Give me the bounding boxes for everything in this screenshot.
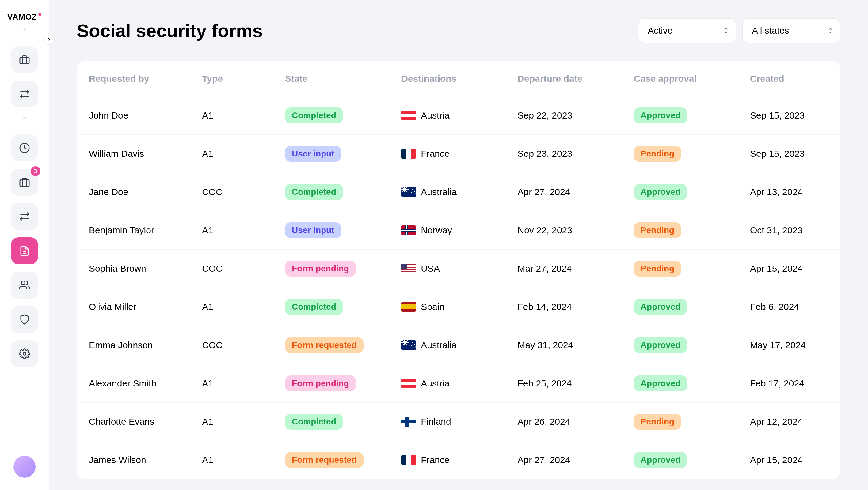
table-row[interactable]: Alexander Smith A1 Form pending Austria … (76, 364, 840, 403)
swap-icon (19, 211, 30, 222)
table-row[interactable]: Jane Doe COC Completed Australia Apr 27,… (76, 173, 840, 211)
table-header-row: Requested by Type State Destinations Dep… (76, 61, 840, 96)
col-requested-by[interactable]: Requested by (76, 61, 193, 96)
approval-badge: Pending (634, 146, 681, 162)
state-badge: Completed (285, 414, 343, 430)
cell-departure: Apr 26, 2024 (508, 403, 625, 441)
page-title: Social security forms (76, 20, 263, 41)
destination-label: Norway (421, 225, 452, 235)
cell-requested-by: Benjamin Taylor (76, 211, 193, 250)
flag-icon (401, 187, 416, 197)
approval-badge: Approved (634, 337, 687, 353)
col-type[interactable]: Type (193, 61, 276, 96)
cell-requested-by: Jane Doe (76, 173, 193, 211)
document-icon (19, 245, 30, 256)
gear-icon (19, 348, 30, 359)
nav-settings[interactable] (11, 340, 38, 367)
cell-requested-by: Emma Johnson (76, 326, 193, 364)
cell-approval: Approved (625, 288, 741, 326)
cell-state: Completed (276, 403, 392, 441)
cell-type: A1 (193, 364, 276, 403)
table-row[interactable]: Emma Johnson COC Form requested Australi… (76, 326, 840, 364)
nav-cases[interactable]: 3 (11, 169, 38, 196)
nav-dashboard[interactable] (11, 134, 38, 161)
cell-type: A1 (193, 211, 276, 250)
cell-state: User input (276, 135, 392, 173)
cell-requested-by: Olivia Miller (76, 288, 193, 326)
cell-destination: Australia (392, 326, 508, 364)
flag-icon (401, 302, 416, 312)
avatar[interactable] (13, 456, 36, 478)
briefcase-icon (19, 177, 30, 188)
cell-created: Sep 15, 2023 (741, 135, 840, 173)
cell-state: Form pending (276, 364, 392, 403)
col-case-approval[interactable]: Case approval (625, 61, 741, 96)
nav-people[interactable] (11, 272, 38, 299)
table-row[interactable]: William Davis A1 User input France Sep 2… (76, 135, 840, 173)
cell-approval: Pending (625, 403, 741, 441)
destination-label: Spain (421, 302, 444, 312)
cell-type: COC (193, 326, 276, 364)
nav-security[interactable] (11, 306, 38, 333)
cell-state: User input (276, 211, 392, 250)
filter-state-value: All states (752, 25, 789, 35)
table-row[interactable]: John Doe A1 Completed Austria Sep 22, 20… (76, 96, 840, 135)
table-row[interactable]: James Wilson A1 Form requested France Ap… (76, 441, 840, 479)
nav-briefcase[interactable] (11, 46, 38, 73)
cell-state: Completed (276, 96, 392, 135)
cell-created: Feb 6, 2024 (741, 288, 840, 326)
cell-departure: Sep 22, 2023 (508, 96, 625, 135)
flag-icon (401, 110, 416, 120)
cell-created: Apr 12, 2024 (741, 403, 840, 441)
col-created[interactable]: Created (741, 61, 840, 96)
cell-created: Sep 15, 2023 (741, 96, 840, 135)
nav-section-2: 3 (11, 134, 38, 367)
cell-destination: France (392, 441, 508, 479)
col-state[interactable]: State (276, 61, 392, 96)
destination-label: Australia (421, 187, 457, 197)
flag-icon (401, 149, 416, 159)
logo: VAMOZ (7, 12, 41, 22)
flag-icon (401, 264, 416, 273)
table-row[interactable]: Sophia Brown COC Form pending USA Mar 27… (76, 250, 840, 288)
cell-state: Form requested (276, 441, 392, 479)
svg-rect-0 (20, 58, 29, 64)
state-badge: User input (285, 222, 341, 238)
table-row[interactable]: Charlotte Evans A1 Completed Finland Apr… (76, 403, 840, 441)
filter-status-select[interactable]: Active (638, 19, 736, 43)
cell-departure: Feb 25, 2024 (508, 364, 625, 403)
approval-badge: Approved (634, 299, 687, 315)
cell-type: COC (193, 173, 276, 211)
main-content: Social security forms Active All states (49, 0, 868, 490)
col-destinations[interactable]: Destinations (392, 61, 508, 96)
flag-icon (401, 379, 416, 388)
col-departure-date[interactable]: Departure date (508, 61, 625, 96)
nav-transfers[interactable] (11, 203, 38, 230)
expand-sidebar-button[interactable] (43, 34, 54, 45)
cell-approval: Pending (625, 250, 741, 288)
chevron-right-icon (46, 36, 52, 42)
state-badge: User input (285, 146, 341, 162)
table-row[interactable]: Olivia Miller A1 Completed Spain Feb 14,… (76, 288, 840, 326)
cell-requested-by: William Davis (76, 135, 193, 173)
svg-point-6 (23, 353, 26, 355)
cell-approval: Approved (625, 326, 741, 364)
filter-state-select[interactable]: All states (742, 19, 840, 43)
state-badge: Form pending (285, 261, 356, 276)
state-badge: Form requested (285, 337, 364, 353)
state-badge: Completed (285, 107, 343, 123)
brand-text: VAMOZ (7, 12, 37, 22)
section-dot-icon (23, 117, 26, 119)
page-header: Social security forms Active All states (76, 19, 840, 43)
approval-badge: Approved (634, 184, 687, 200)
destination-label: France (421, 149, 449, 159)
table-row[interactable]: Benjamin Taylor A1 User input Norway Nov… (76, 211, 840, 250)
cell-requested-by: James Wilson (76, 441, 193, 479)
filter-status-value: Active (648, 25, 673, 35)
cell-destination: France (392, 135, 508, 173)
nav-swap[interactable] (11, 80, 38, 107)
flag-icon (401, 455, 416, 465)
nav-forms[interactable] (11, 237, 38, 264)
cell-state: Completed (276, 173, 392, 211)
cell-departure: Feb 14, 2024 (508, 288, 625, 326)
